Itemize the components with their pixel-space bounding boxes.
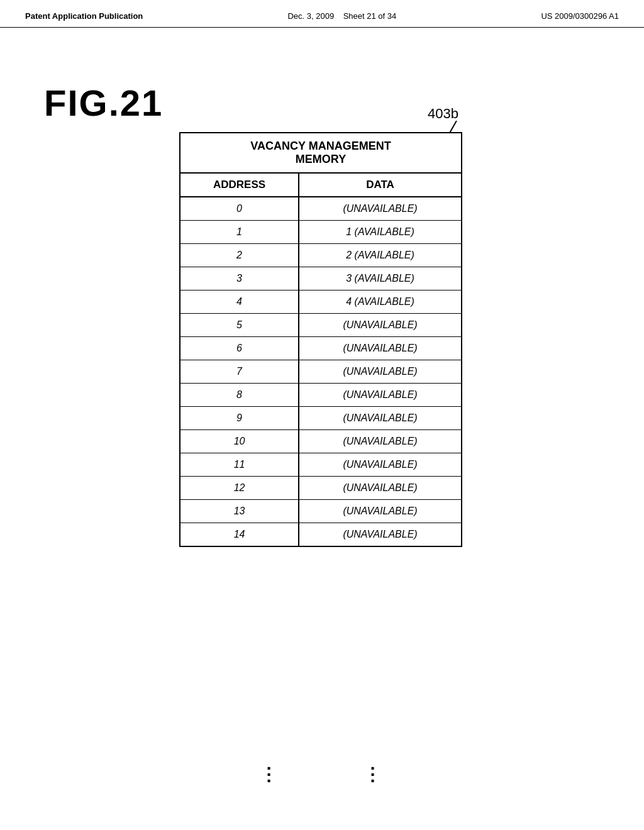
address-cell: 13 <box>180 500 299 523</box>
data-cell: (UNAVAILABLE) <box>299 500 462 523</box>
table-row: 10(UNAVAILABLE) <box>180 430 462 453</box>
data-cell: (UNAVAILABLE) <box>299 453 462 477</box>
address-cell: 0 <box>180 197 299 221</box>
data-cell: 1 (AVAILABLE) <box>299 221 462 244</box>
data-cell: (UNAVAILABLE) <box>299 523 462 547</box>
address-cell: 7 <box>180 360 299 384</box>
table-row: 6(UNAVAILABLE) <box>180 337 462 360</box>
data-cell: (UNAVAILABLE) <box>299 407 462 430</box>
table-row: 22 (AVAILABLE) <box>180 244 462 267</box>
column-header-data: DATA <box>299 173 462 197</box>
address-cell: 2 <box>180 244 299 267</box>
vacancy-management-table: VACANCY MANAGEMENT MEMORY ADDRESS DATA 0… <box>179 132 462 547</box>
table-row: 7(UNAVAILABLE) <box>180 360 462 384</box>
table-row: 8(UNAVAILABLE) <box>180 384 462 407</box>
data-cell: (UNAVAILABLE) <box>299 360 462 384</box>
address-cell: 5 <box>180 314 299 337</box>
table-row: 5(UNAVAILABLE) <box>180 314 462 337</box>
data-cell: (UNAVAILABLE) <box>299 430 462 453</box>
figure-title: FIG.21 <box>44 82 163 124</box>
data-cell: (UNAVAILABLE) <box>299 314 462 337</box>
address-cell: 12 <box>180 477 299 500</box>
data-cell: 4 (AVAILABLE) <box>299 290 462 314</box>
table-title: VACANCY MANAGEMENT MEMORY <box>180 133 462 173</box>
address-cell: 14 <box>180 523 299 547</box>
address-cell: 8 <box>180 384 299 407</box>
table-column-headers: ADDRESS DATA <box>180 173 462 197</box>
address-cell: 10 <box>180 430 299 453</box>
header-date: Dec. 3, 2009 Sheet 21 of 34 <box>287 11 396 21</box>
dots-right: ⋮ <box>364 764 382 785</box>
table-title-row: VACANCY MANAGEMENT MEMORY <box>180 133 462 173</box>
address-cell: 3 <box>180 267 299 290</box>
header-patent-number: US 2009/0300296 A1 <box>541 11 619 21</box>
header-publication-label: Patent Application Publication <box>25 11 143 21</box>
table-row: 11(UNAVAILABLE) <box>180 453 462 477</box>
data-cell: (UNAVAILABLE) <box>299 197 462 221</box>
table-row: 9(UNAVAILABLE) <box>180 407 462 430</box>
data-cell: (UNAVAILABLE) <box>299 477 462 500</box>
data-cell: 2 (AVAILABLE) <box>299 244 462 267</box>
table-row: 11 (AVAILABLE) <box>180 221 462 244</box>
table-row: 44 (AVAILABLE) <box>180 290 462 314</box>
address-cell: 1 <box>180 221 299 244</box>
address-cell: 6 <box>180 337 299 360</box>
data-cell: (UNAVAILABLE) <box>299 337 462 360</box>
table-row: 33 (AVAILABLE) <box>180 267 462 290</box>
data-cell: (UNAVAILABLE) <box>299 384 462 407</box>
column-header-address: ADDRESS <box>180 173 299 197</box>
table-row: 13(UNAVAILABLE) <box>180 500 462 523</box>
table-row: 12(UNAVAILABLE) <box>180 477 462 500</box>
address-cell: 11 <box>180 453 299 477</box>
dots-left: ⋮ <box>260 764 279 785</box>
page-header: Patent Application Publication Dec. 3, 2… <box>0 0 644 28</box>
continuation-dots: ⋮ ⋮ <box>179 764 462 785</box>
address-cell: 9 <box>180 407 299 430</box>
component-label: 403b <box>428 106 458 122</box>
address-cell: 4 <box>180 290 299 314</box>
table-row: 0(UNAVAILABLE) <box>180 197 462 221</box>
table-row: 14(UNAVAILABLE) <box>180 523 462 547</box>
data-cell: 3 (AVAILABLE) <box>299 267 462 290</box>
